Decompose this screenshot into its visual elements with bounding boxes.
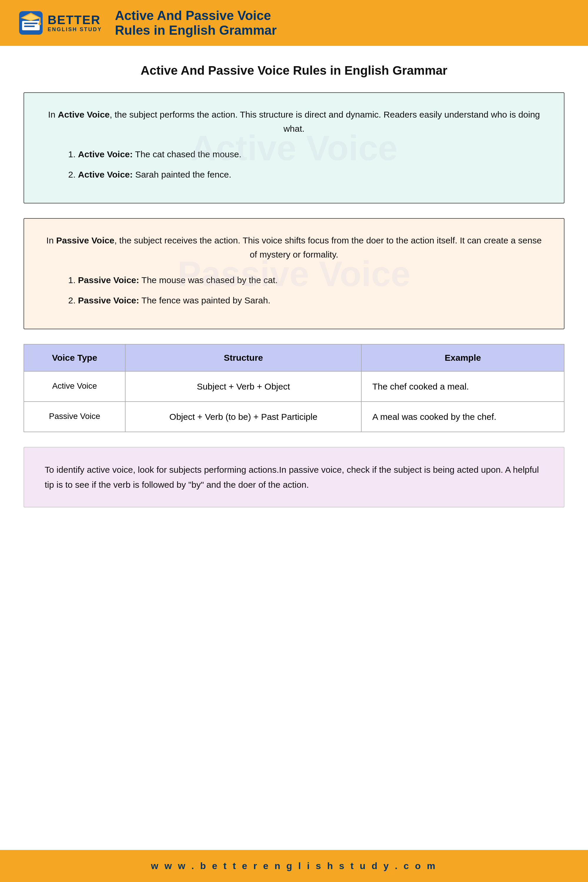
logo-better: BETTER: [48, 13, 102, 27]
header-title-line2: Rules in English Grammar: [115, 23, 277, 38]
active-label-2: Active Voice:: [78, 170, 133, 179]
list-item: 1. Passive Voice: The mouse was chased b…: [68, 273, 543, 286]
passive-example-cell: A meal was cooked by the chef.: [362, 402, 564, 432]
passive-voice-examples: 1. Passive Voice: The mouse was chased b…: [45, 273, 543, 307]
active-voice-term: Active Voice: [58, 110, 110, 119]
passive-voice-box: Passive Voice In Passive Voice, the subj…: [24, 218, 564, 329]
main-content: Active And Passive Voice Rules in Englis…: [0, 46, 588, 850]
voice-comparison-table: Voice Type Structure Example Active Voic…: [24, 344, 564, 432]
footer-website: w w w . b e t t e r e n g l i s h s t u …: [151, 861, 437, 871]
list-item: 1. Active Voice: The cat chased the mous…: [68, 148, 543, 161]
header-title-line1: Active And Passive Voice: [115, 8, 277, 23]
passive-example-1-text: The mouse was chased by the cat.: [141, 275, 278, 285]
header-title-block: Active And Passive Voice Rules in Englis…: [115, 8, 277, 38]
table-row: Active Voice Subject + Verb + Object The…: [24, 371, 564, 402]
active-voice-examples: 1. Active Voice: The cat chased the mous…: [45, 148, 543, 181]
active-structure-cell: Subject + Verb + Object: [125, 371, 362, 402]
col-header-voice: Voice Type: [24, 344, 125, 371]
active-voice-box: Active Voice In Active Voice, the subjec…: [24, 92, 564, 204]
passive-voice-cell: Passive Voice: [24, 402, 125, 432]
active-example-2-text: Sarah painted the fence.: [135, 170, 231, 179]
tip-text: To identify active voice, look for subje…: [45, 462, 543, 492]
list-item: 2. Active Voice: Sarah painted the fence…: [68, 168, 543, 181]
active-example-1-text: The cat chased the mouse.: [135, 149, 242, 159]
col-header-example: Example: [362, 344, 564, 371]
passive-label-2: Passive Voice:: [78, 296, 139, 305]
table-header: Voice Type Structure Example: [24, 344, 564, 371]
header: BETTER ENGLISH STUDY Active And Passive …: [0, 0, 588, 46]
logo-icon: [18, 10, 44, 36]
table-header-row: Voice Type Structure Example: [24, 344, 564, 371]
table-row: Passive Voice Object + Verb (to be) + Pa…: [24, 402, 564, 432]
passive-voice-description: In Passive Voice, the subject receives t…: [45, 233, 543, 262]
svg-point-7: [38, 22, 41, 25]
passive-voice-term: Passive Voice: [56, 236, 114, 245]
table-body: Active Voice Subject + Verb + Object The…: [24, 371, 564, 432]
footer: w w w . b e t t e r e n g l i s h s t u …: [0, 850, 588, 882]
passive-label-1: Passive Voice:: [78, 275, 139, 285]
col-header-structure: Structure: [125, 344, 362, 371]
logo-english-study: ENGLISH STUDY: [48, 27, 102, 33]
passive-structure-cell: Object + Verb (to be) + Past Participle: [125, 402, 362, 432]
passive-example-2-text: The fence was painted by Sarah.: [141, 296, 270, 305]
svg-rect-2: [24, 22, 38, 24]
page-title: Active And Passive Voice Rules in Englis…: [24, 63, 564, 78]
tip-box: To identify active voice, look for subje…: [24, 447, 564, 507]
active-voice-cell: Active Voice: [24, 371, 125, 402]
logo-container: BETTER ENGLISH STUDY: [18, 10, 102, 36]
active-label-1: Active Voice:: [78, 149, 133, 159]
svg-rect-3: [24, 26, 35, 27]
active-example-cell: The chef cooked a meal.: [362, 371, 564, 402]
logo-text: BETTER ENGLISH STUDY: [48, 13, 102, 33]
list-item: 2. Passive Voice: The fence was painted …: [68, 294, 543, 307]
active-voice-description: In Active Voice, the subject performs th…: [45, 108, 543, 136]
